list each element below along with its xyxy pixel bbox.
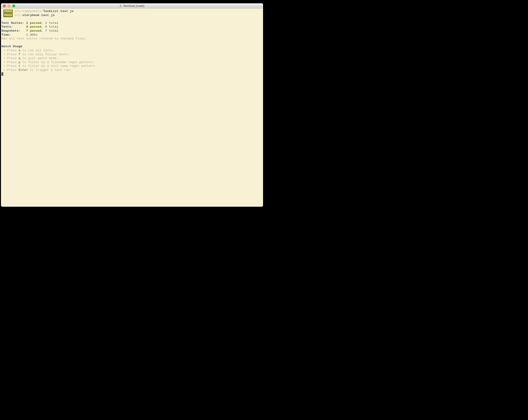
- watch-item: › Press f to run only failed tests.: [1, 53, 263, 57]
- summary-tests: Tests: 8 passed, 8 total: [1, 25, 263, 29]
- window-title: 2. Terminal (node): [1, 4, 263, 8]
- watch-item: › Press t to filter by a test name regex…: [1, 64, 263, 68]
- summary-snapshots: Snapshots: 7 passed, 7 total: [1, 29, 263, 33]
- watch-key: Enter: [18, 68, 28, 72]
- cursor-icon: [1, 72, 3, 76]
- terminal-window: 2. Terminal (node) PASS src/components/T…: [1, 3, 263, 207]
- watch-item: › Press q to quit watch mode.: [1, 57, 263, 60]
- test-result-line: PASS src/components/TaskList.test.js: [1, 10, 263, 13]
- test-file: storybook.test.js: [22, 13, 55, 17]
- test-file: TaskList.test.js: [43, 10, 74, 13]
- terminal-output[interactable]: PASS src/components/TaskList.test.js PAS…: [1, 9, 263, 207]
- pass-badge: PASS: [3, 10, 13, 13]
- summary-suites: Test Suites: 2 passed, 2 total: [1, 21, 263, 25]
- watch-item: › Press a to run all tests.: [1, 49, 263, 53]
- traffic-lights: [1, 4, 15, 7]
- summary-time: Time: 1.406s: [1, 33, 263, 37]
- pass-badge: PASS: [3, 13, 13, 17]
- test-result-line: PASS src/storybook.test.js: [1, 13, 263, 17]
- close-icon[interactable]: [3, 4, 6, 7]
- watch-usage-heading: Watch Usage: [1, 45, 263, 49]
- test-dir: src/components/: [15, 10, 43, 13]
- minimize-icon[interactable]: [8, 4, 11, 7]
- watch-item: › Press Enter to trigger a test run.: [1, 68, 263, 72]
- ran-message: Ran all test suites related to changed f…: [1, 37, 263, 41]
- titlebar: 2. Terminal (node): [1, 3, 263, 9]
- test-dir: src/: [15, 13, 22, 17]
- watch-item: › Press p to filter by a filename regex …: [1, 60, 263, 65]
- zoom-icon[interactable]: [12, 4, 15, 7]
